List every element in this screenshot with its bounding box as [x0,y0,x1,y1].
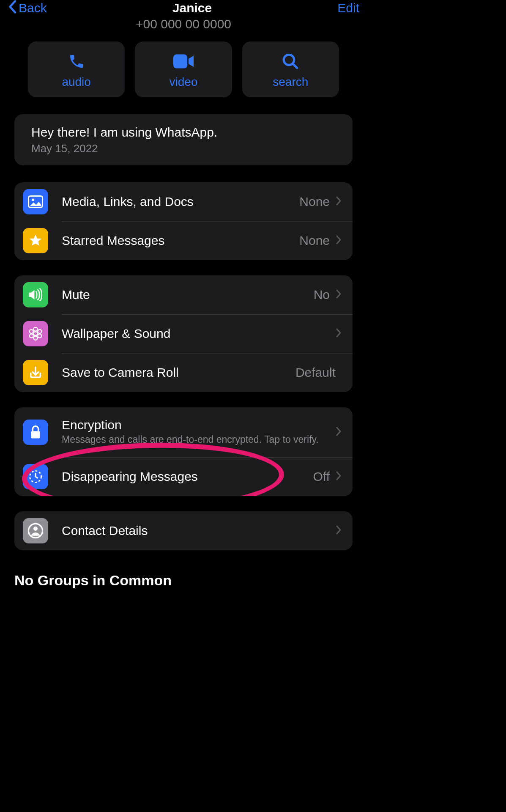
save-label: Save to Camera Roll [62,365,295,380]
phone-icon [68,52,85,71]
svg-point-10 [30,334,33,338]
starred-label: Starred Messages [62,233,299,248]
row-mute[interactable]: Mute No [14,275,353,314]
star-icon [23,228,48,253]
svg-line-2 [293,63,298,68]
row-disappearing-messages[interactable]: Disappearing Messages Off [14,457,353,496]
svg-point-7 [34,336,38,340]
save-value: Default [295,365,336,380]
status-card[interactable]: Hey there! I am using WhatsApp. May 15, … [14,114,353,165]
audio-call-button[interactable]: audio [28,41,125,97]
svg-point-5 [34,332,38,336]
speaker-icon [23,282,48,307]
nav-title: Janice [172,1,212,15]
photo-icon [23,189,48,214]
navigation-bar: Back Janice Edit [0,0,367,16]
timer-icon [23,464,48,489]
video-icon [173,52,194,71]
back-label: Back [19,1,47,15]
chevron-right-icon [336,235,342,247]
chevron-right-icon [336,328,342,340]
encryption-label: Encryption [62,418,336,432]
status-text: Hey there! I am using WhatsApp. [31,125,336,140]
lock-icon [23,420,48,445]
media-label: Media, Links, and Docs [62,195,299,209]
row-encryption[interactable]: Encryption Messages and calls are end-to… [14,407,353,457]
chevron-right-icon [336,289,342,301]
back-button[interactable]: Back [8,0,47,16]
search-icon [282,52,299,71]
chevron-left-icon [8,0,17,16]
audio-label: audio [62,75,91,89]
svg-rect-0 [173,55,187,69]
row-save-camera-roll[interactable]: Save to Camera Roll Default [14,353,353,392]
row-media-links-docs[interactable]: Media, Links, and Docs None [14,182,353,221]
search-label: search [273,75,308,89]
group-media: Media, Links, and Docs None Starred Mess… [14,182,353,260]
video-label: video [170,75,198,89]
disappearing-label: Disappearing Messages [62,469,313,484]
group-security: Encryption Messages and calls are end-to… [14,407,353,496]
flower-icon [23,321,48,346]
row-starred-messages[interactable]: Starred Messages None [14,221,353,260]
mute-label: Mute [62,288,314,302]
chevron-right-icon [336,525,342,537]
svg-point-8 [30,329,33,333]
svg-point-11 [38,334,41,338]
action-row: audio video search [0,41,367,97]
svg-point-9 [38,329,41,333]
row-contact-details[interactable]: Contact Details [14,511,353,550]
media-value: None [299,195,330,209]
contact-label: Contact Details [62,524,336,538]
edit-button[interactable]: Edit [337,1,359,15]
download-icon [23,360,48,385]
group-settings: Mute No Wallpaper & Sound Save to Camera… [14,275,353,392]
group-contact: Contact Details [14,511,353,550]
svg-point-6 [34,327,38,331]
chevron-right-icon [336,196,342,208]
wallpaper-label: Wallpaper & Sound [62,326,336,341]
starred-value: None [299,233,330,248]
row-wallpaper-sound[interactable]: Wallpaper & Sound [14,314,353,353]
video-call-button[interactable]: video [135,41,232,97]
groups-section-title: No Groups in Common [14,572,353,589]
encryption-sub: Messages and calls are end-to-end encryp… [62,433,336,446]
status-date: May 15, 2022 [31,142,336,155]
chevron-right-icon [336,426,342,438]
svg-point-15 [33,527,38,531]
search-button[interactable]: search [242,41,339,97]
mute-value: No [314,288,330,302]
svg-point-4 [32,199,34,201]
disappearing-value: Off [313,469,330,484]
phone-number: +00 000 00 0000 [0,16,367,41]
svg-rect-12 [31,431,40,438]
person-circle-icon [23,518,48,543]
chevron-right-icon [336,471,342,483]
